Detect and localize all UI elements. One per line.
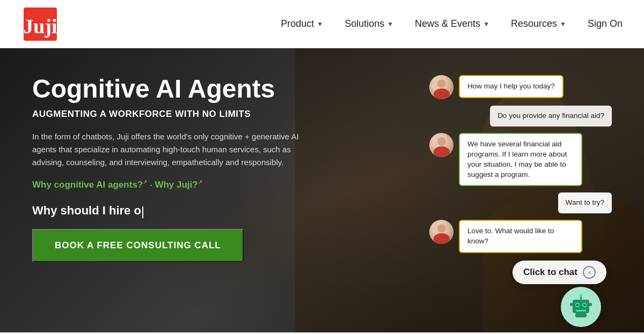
hero-links: Why cognitive AI agents?↗ · Why Juji?↗ — [32, 180, 343, 191]
svg-point-10 — [580, 294, 583, 297]
typing-cursor — [142, 206, 143, 218]
svg-rect-8 — [576, 310, 586, 311]
hero-subtitle: AUGMENTING A WORKFORCE WITH NO LIMITS — [32, 109, 343, 120]
chat-bubble-3: We have several financial aid programs. … — [459, 133, 582, 187]
chat-row-1: How may I help you today? — [429, 75, 612, 99]
chevron-down-icon: ▼ — [387, 20, 393, 28]
hero-section: Cognitive AI Agents AUGMENTING A WORKFOR… — [0, 48, 644, 332]
chevron-down-icon: ▼ — [483, 20, 489, 28]
nav-solutions[interactable]: Solutions ▼ — [345, 18, 393, 29]
svg-text:Juji: Juji — [23, 15, 57, 38]
why-juji-link[interactable]: Why Juji?↗ — [155, 180, 202, 190]
chat-row-3: We have several financial aid programs. … — [429, 133, 612, 187]
typing-text: Why should I hire o — [32, 204, 141, 217]
svg-rect-12 — [589, 303, 592, 306]
book-consulting-call-button[interactable]: BOOK A FREE CONSULTING CALL — [32, 229, 244, 262]
svg-rect-13 — [575, 313, 587, 317]
click-to-chat-label: Click to chat — [523, 267, 577, 278]
chat-row-2: Do you provide any financial aid? — [429, 106, 612, 127]
chat-robot-icon[interactable] — [561, 287, 601, 327]
hero-typing-area: Why should I hire o — [32, 204, 343, 218]
nav-news-events[interactable]: News & Events ▼ — [415, 18, 489, 29]
main-nav: Product ▼ Solutions ▼ News & Events ▼ Re… — [281, 18, 623, 29]
chat-row-5: Love to. What would like to know? — [429, 220, 612, 253]
avatar-3 — [429, 220, 453, 244]
hero-content: Cognitive AI Agents AUGMENTING A WORKFOR… — [0, 48, 376, 289]
hero-title: Cognitive AI Agents — [32, 75, 343, 103]
chat-bubble-4: Want to try? — [558, 192, 612, 213]
svg-point-6 — [576, 304, 579, 306]
nav-product[interactable]: Product ▼ — [281, 18, 323, 29]
sign-on-button[interactable]: Sign On — [588, 18, 623, 29]
avatar-1 — [429, 75, 453, 99]
hero-description: In the form of chatbots, Juji offers the… — [32, 130, 311, 169]
close-chat-button[interactable]: × — [583, 266, 596, 279]
avatar-2 — [429, 133, 453, 157]
click-to-chat-popup[interactable]: Click to chat × — [513, 261, 606, 284]
logo[interactable]: Juji — [21, 5, 59, 43]
chevron-down-icon: ▼ — [317, 20, 323, 28]
svg-rect-11 — [570, 303, 573, 306]
chat-demo-area: How may I help you today? Do you provide… — [429, 75, 612, 253]
why-cognitive-link[interactable]: Why cognitive AI agents?↗ — [32, 180, 150, 190]
chat-bubble-5: Love to. What would like to know? — [459, 220, 582, 253]
svg-point-7 — [583, 304, 586, 306]
header: Juji Product ▼ Solutions ▼ News & Events… — [0, 0, 644, 48]
chat-bubble-2: Do you provide any financial aid? — [490, 106, 612, 127]
chat-bubble-1: How may I help you today? — [459, 75, 564, 98]
nav-resources[interactable]: Resources ▼ — [511, 18, 566, 29]
chevron-down-icon: ▼ — [560, 20, 566, 28]
chat-row-4: Want to try? — [429, 192, 612, 213]
